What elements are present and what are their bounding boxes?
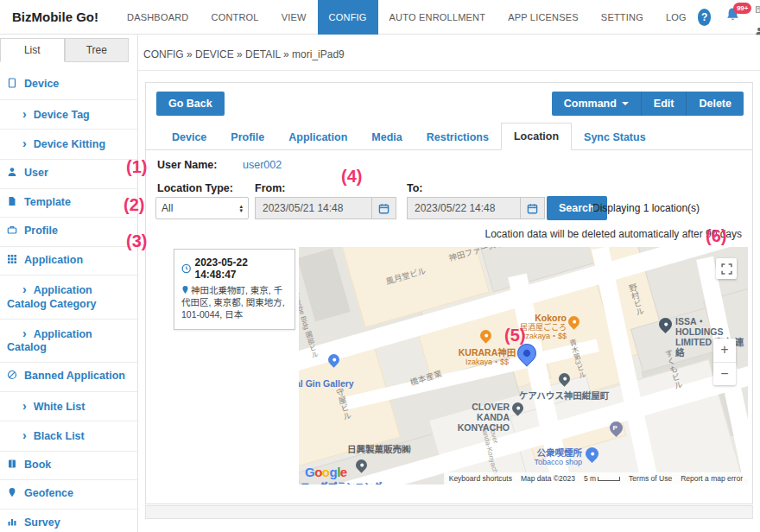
tab-sync-status[interactable]: Sync Status	[572, 124, 658, 150]
retention-note: Location data will be deleted automatica…	[484, 228, 742, 240]
delete-button[interactable]: Delete	[686, 92, 744, 116]
annotation-5: (5)	[504, 326, 525, 345]
nav-auto-enrollment[interactable]: AUTO ENROLLMENT	[378, 0, 497, 35]
tab-profile[interactable]: Profile	[218, 124, 276, 150]
location-type-select[interactable]: All ▴▾	[155, 197, 249, 219]
annotation-1: (1)	[126, 157, 147, 177]
report-map-error-link[interactable]: Report a map error	[681, 474, 743, 483]
to-calendar-button[interactable]	[521, 197, 545, 219]
sidebar-item-survey[interactable]: Survey	[0, 510, 137, 532]
poi-label-gallery[interactable]: al Gin Gallery	[299, 378, 354, 389]
sidebar-item-application-catalog[interactable]: ›Application Catalog	[0, 320, 137, 363]
divider	[138, 70, 760, 71]
sidebar-item-application-catalog-category[interactable]: ›Application Catalog Category	[0, 276, 137, 319]
select-spinner-icon: ▴▾	[239, 204, 243, 212]
detail-tabs: Device Profile Application Media Restric…	[146, 124, 752, 150]
to-date-input[interactable]	[407, 197, 521, 219]
caret-down-icon	[622, 102, 629, 105]
sidebar-item-template[interactable]: Template	[0, 189, 137, 218]
command-button[interactable]: Command	[552, 92, 641, 116]
sidebar-item-device-tag[interactable]: ›Device Tag	[0, 100, 137, 130]
location-timestamp: 2023-05-22 14:48:47	[194, 256, 288, 281]
annotation-4: (4)	[341, 167, 362, 187]
sidebar: List Tree Device ›Device Tag ›Device Kit…	[0, 35, 138, 532]
map-pin-icon	[181, 285, 189, 294]
app-logo: BizMobile Go!	[0, 10, 116, 24]
location-info-window: 2023-05-22 14:48:47 神田北乗物町, 東京, 千代田区, 東京…	[174, 249, 295, 330]
tab-media[interactable]: Media	[359, 124, 414, 150]
sidebar-item-device[interactable]: Device	[0, 71, 137, 100]
clock-icon	[181, 263, 191, 274]
keyboard-shortcuts-link[interactable]: Keyboard shortcuts	[449, 474, 512, 483]
go-back-button[interactable]: Go Back	[156, 92, 225, 116]
sidebar-item-black-list[interactable]: ›Black List	[0, 421, 137, 452]
sidebar-item-book[interactable]: Book	[0, 452, 137, 481]
annotation-6: (6)	[706, 226, 726, 246]
nav-config[interactable]: CONFIG	[318, 0, 378, 35]
poi-label-clover[interactable]: CLOVER KANDAKONYACHO	[442, 402, 510, 433]
nav-app-licenses[interactable]: APP LICENSES	[497, 0, 590, 35]
poi-label-kurara[interactable]: KURARA神田Izakaya・$$	[447, 347, 527, 366]
sidebar-item-profile[interactable]: Profile	[0, 218, 137, 247]
from-calendar-button[interactable]	[372, 197, 396, 219]
help-icon[interactable]: ?	[698, 9, 712, 26]
chevron-right-icon: ›	[22, 428, 27, 442]
book-icon	[7, 459, 19, 473]
annotation-3: (3)	[126, 231, 147, 251]
notification-bell-button[interactable]: 99+	[725, 7, 741, 27]
nav-view[interactable]: VIEW	[270, 0, 318, 35]
sidebar-item-user[interactable]: User	[0, 160, 137, 189]
chevron-right-icon: ›	[22, 326, 27, 340]
poi-label-carehouse[interactable]: ケアハウス神田紺屋町	[513, 390, 615, 401]
user-icon	[755, 27, 760, 35]
scale-bar	[598, 477, 620, 481]
grid-icon	[7, 254, 19, 269]
tab-restrictions[interactable]: Restrictions	[415, 124, 501, 150]
sidebar-item-banned-application[interactable]: Banned Application	[0, 363, 137, 392]
chevron-right-icon: ›	[22, 399, 27, 413]
sidebar-item-geofence[interactable]: Geofence	[0, 480, 137, 510]
user-name-label: User Name:	[157, 159, 217, 171]
top-navbar: BizMobile Go! DASHBOARD CONTROL VIEW CON…	[0, 0, 760, 35]
nav-dashboard[interactable]: DASHBOARD	[116, 0, 200, 35]
sidebar-tab-tree[interactable]: Tree	[65, 38, 130, 62]
zoom-out-button[interactable]: −	[713, 363, 736, 386]
sidebar-item-application[interactable]: Application	[0, 247, 137, 276]
user-name-link[interactable]: user002	[243, 159, 282, 171]
account-menu[interactable]: bm-support matsui	[755, 0, 760, 39]
organization-icon	[755, 5, 760, 14]
edit-button[interactable]: Edit	[641, 92, 687, 116]
sidebar-item-device-kitting[interactable]: ›Device Kitting	[0, 130, 137, 160]
fullscreen-button[interactable]	[716, 258, 737, 279]
map-data-text: Map data ©2023	[521, 474, 575, 483]
sidebar-item-white-list[interactable]: ›White List	[0, 392, 137, 422]
map-pin-icon	[7, 487, 19, 502]
poi-label-tobacco[interactable]: 公衆喫煙所Tobacco shop	[522, 447, 582, 466]
nav-control[interactable]: CONTROL	[200, 0, 269, 35]
panel-footer	[145, 505, 753, 519]
sidebar-tab-list[interactable]: List	[0, 38, 65, 62]
device-detail-panel: Go Back Command Edit Delete Device Profi…	[145, 82, 753, 504]
zoom-in-button[interactable]: +	[713, 339, 736, 363]
tab-location[interactable]: Location	[501, 123, 572, 150]
tab-application[interactable]: Application	[276, 124, 359, 150]
fullscreen-icon	[721, 263, 732, 275]
poi-label-issa[interactable]: ISSA・HOLDINGSLIMITED 東京 連絡	[675, 316, 748, 358]
from-label: From:	[255, 182, 285, 194]
location-type-label: Location Type:	[157, 182, 233, 194]
breadcrumb: CONFIG » DEVICE » DETAIL » mori_iPad9	[143, 48, 345, 60]
notification-badge: 99+	[733, 3, 752, 14]
from-date-input[interactable]	[255, 197, 372, 219]
poi-label-nikko[interactable]: 日興製菓販売㈱	[347, 444, 411, 454]
nav-setting[interactable]: SETTING	[590, 0, 655, 35]
device-icon	[7, 78, 19, 92]
google-map[interactable]: 風月堂ビル 神田ファーストビル Sonobe Bldg 園部ビル 野村ビル 青木…	[299, 247, 748, 484]
to-label: To:	[407, 182, 423, 194]
google-logo[interactable]: Google	[305, 465, 347, 479]
chevron-right-icon: ›	[22, 136, 27, 150]
tab-device[interactable]: Device	[160, 124, 218, 150]
nav-log[interactable]: LOG	[655, 0, 698, 35]
chevron-right-icon: ›	[22, 282, 27, 296]
terms-of-use-link[interactable]: Terms of Use	[629, 474, 672, 483]
location-address: 神田北乗物町, 東京, 千代田区, 東京都, 関東地方, 101-0044, 日…	[181, 284, 288, 321]
